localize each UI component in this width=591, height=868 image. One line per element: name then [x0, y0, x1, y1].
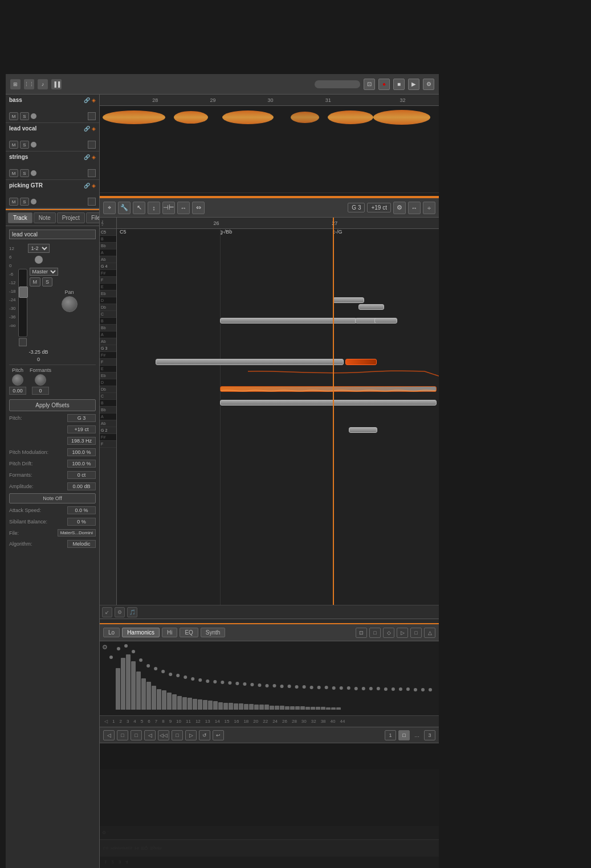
settings-btn[interactable]: ⚙ [423, 79, 434, 90]
harm-ctrl-2[interactable]: □ [369, 628, 381, 638]
hbc-box3[interactable]: □ [398, 730, 410, 740]
mute-btn-picking-gtr[interactable]: M [9, 198, 18, 206]
note-grid[interactable]: 26 27 C5 g-/Bb c-/G [117, 218, 439, 605]
harm-bar-39[interactable] [316, 707, 320, 710]
mute-btn-bass[interactable]: M [9, 112, 18, 120]
track-color-icon-gtr[interactable]: ◈ [92, 183, 96, 189]
mute-btn-lead-vocal[interactable]: M [9, 141, 18, 149]
harm-bar-34[interactable] [290, 706, 295, 710]
stop-btn[interactable]: ■ [393, 79, 405, 90]
record-arm-lead-vocal[interactable] [31, 142, 36, 148]
pr-bottom-icon-3[interactable]: 🎵 [127, 607, 137, 617]
tab-project[interactable]: Project [57, 212, 85, 223]
harm-bar-43[interactable] [336, 707, 341, 710]
hbc-rev[interactable]: ↩ [213, 730, 224, 740]
formants-knob[interactable] [35, 374, 46, 386]
master-mute-btn[interactable]: M [30, 277, 41, 286]
note-off-button[interactable]: Note Off [9, 493, 96, 503]
harm-ctrl-5[interactable]: □ [410, 628, 422, 638]
harm-bar-13[interactable] [182, 697, 187, 710]
record-arm-picking-gtr[interactable] [31, 199, 36, 204]
hbc-num[interactable]: 1 [385, 730, 396, 740]
record-btn[interactable]: ● [378, 79, 390, 90]
tab-track[interactable]: Track [8, 212, 32, 223]
harm-bar-7[interactable] [152, 686, 156, 710]
pr-snap-btn[interactable]: ↔ [408, 202, 421, 214]
harm-bar-16[interactable] [198, 699, 202, 710]
solo-btn-lead-vocal[interactable]: S [20, 141, 29, 149]
harm-bar-14[interactable] [188, 698, 192, 710]
harm-bar-4[interactable] [136, 672, 141, 710]
pan-knob[interactable] [62, 296, 78, 312]
grid-icon[interactable]: ⋮⋮ [24, 79, 34, 89]
harm-bar-36[interactable] [300, 706, 305, 710]
hbc-box2[interactable]: □ [131, 730, 142, 740]
track-name-input[interactable] [9, 230, 96, 239]
harm-bar-1[interactable] [121, 658, 125, 710]
master-solo-btn[interactable]: S [42, 277, 52, 286]
pitch-knob[interactable] [12, 374, 23, 386]
harm-bar-30[interactable] [270, 706, 274, 710]
pr-time-btn[interactable]: ⊣⊢ [162, 202, 175, 214]
track-link-icon-gtr[interactable]: 🔗 [84, 183, 90, 189]
track-link-icon-bass[interactable]: 🔗 [84, 97, 90, 103]
pr-pitch-btn[interactable]: ↕ [148, 202, 160, 214]
solo-btn-bass[interactable]: S [20, 112, 29, 120]
pr-cursor-btn[interactable]: ⌖ [103, 202, 116, 214]
harm-bar-38[interactable] [311, 707, 315, 710]
harm-ctrl-4[interactable]: ▷ [397, 628, 408, 638]
note-icon[interactable]: ♪ [38, 79, 48, 89]
bars-icon[interactable]: ▐▐ [51, 79, 62, 89]
harm-bar-5[interactable] [141, 678, 146, 710]
harm-bar-12[interactable] [177, 696, 182, 710]
note-Db4-1[interactable] [220, 318, 357, 324]
harm-settings-icon[interactable]: ⚙ [102, 644, 108, 651]
track-link-icon-vocal[interactable]: 🔗 [84, 126, 90, 132]
harm-ctrl-6[interactable]: △ [424, 628, 435, 638]
harm-bar-9[interactable] [162, 690, 166, 710]
hbc-left[interactable]: ◁ [103, 730, 115, 740]
harm-ruler-left[interactable]: ◁ [104, 719, 108, 724]
harm-bar-28[interactable] [259, 705, 264, 709]
hbc-sq[interactable]: □ [172, 730, 183, 740]
harm-bar-35[interactable] [295, 706, 300, 710]
harm-bar-22[interactable] [229, 703, 233, 710]
record-arm-strings[interactable] [31, 170, 36, 176]
harm-tab-lo[interactable]: Lo [103, 628, 120, 637]
record-arm-bass[interactable] [31, 113, 36, 119]
pr-algo-btn[interactable]: ÷ [423, 202, 435, 214]
solo-btn-strings[interactable]: S [20, 169, 29, 177]
note-B-top[interactable] [358, 304, 384, 310]
loop-btn[interactable]: ⊡ [364, 79, 375, 90]
hbc-arrow[interactable]: ◁ [144, 730, 156, 740]
harm-bar-41[interactable] [326, 707, 331, 710]
note-Db4-3[interactable] [374, 318, 397, 324]
harm-bar-32[interactable] [280, 706, 284, 710]
harm-ctrl-1[interactable]: ⊡ [356, 628, 367, 638]
pr-select-btn[interactable]: ↖ [133, 202, 145, 214]
fader-track[interactable] [18, 269, 27, 337]
harm-bar-42[interactable] [331, 707, 336, 710]
note-G3-highlighted[interactable] [345, 359, 377, 365]
track-color-icon-bass[interactable]: ◈ [92, 97, 96, 103]
pr-tool-btn[interactable]: 🔧 [118, 202, 131, 214]
pr-eq-btn[interactable]: ⚙ [393, 202, 406, 214]
harm-bar-15[interactable] [193, 699, 197, 710]
harm-bar-0[interactable] [116, 668, 120, 710]
pr-mode-btn[interactable]: ↔ [177, 202, 190, 214]
note-G3-1[interactable] [156, 359, 344, 365]
harm-bar-10[interactable] [167, 693, 172, 710]
harm-bar-23[interactable] [234, 703, 238, 710]
harm-tab-synth[interactable]: Synth [201, 628, 226, 637]
tab-note[interactable]: Note [34, 212, 56, 223]
pr-bottom-icon-1[interactable]: ↙ [102, 607, 112, 617]
hbc-arr2[interactable]: ◁◁ [158, 730, 169, 740]
harm-bar-2[interactable] [126, 654, 131, 710]
mute-btn-strings[interactable]: M [9, 169, 18, 177]
hbc-num3[interactable]: 3 [424, 730, 435, 740]
position-slider[interactable] [315, 80, 360, 88]
harm-bar-8[interactable] [157, 689, 161, 710]
harm-tab-eq[interactable]: EQ [180, 628, 198, 637]
hbc-box[interactable]: □ [117, 730, 128, 740]
harm-bar-20[interactable] [218, 702, 223, 710]
